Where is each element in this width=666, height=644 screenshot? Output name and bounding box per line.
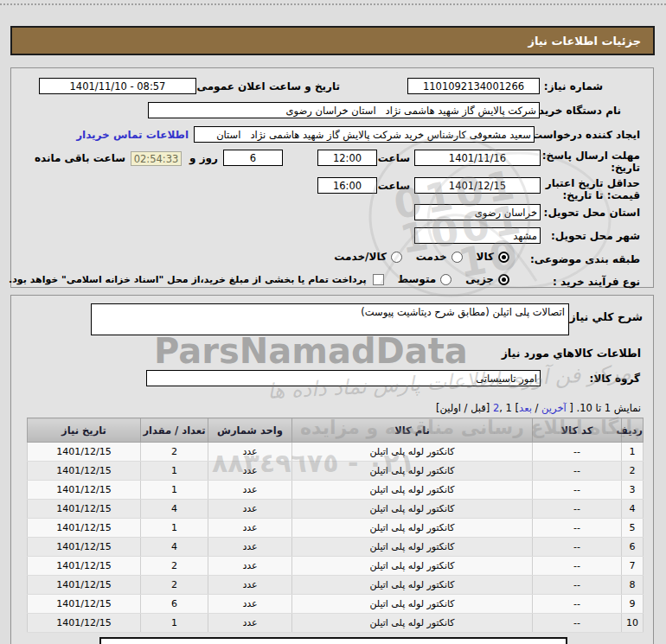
table-row: 7--کانکتور لوله پلی اتیلنعدد21401/12/15	[28, 557, 644, 576]
goods-group-label: گروه کالا:	[590, 373, 640, 385]
next-description-textarea[interactable]	[99, 637, 567, 644]
need-info-panel: شماره نیاز: 1101092134001266 تاریخ و ساع…	[10, 67, 654, 288]
table-row: 3--کانکتور لوله پلی اتیلنعدد11401/12/15	[28, 481, 644, 500]
price-validity-time-input[interactable]: 16:00	[317, 177, 377, 194]
need-number-label: شماره نیاز:	[544, 80, 603, 92]
need-desc-label: شرح کلي نیاز:	[566, 310, 643, 323]
pagination-next-link[interactable]: بعد	[519, 402, 532, 414]
col-unit: واحد شمارش	[208, 418, 292, 443]
radio-goods-service-icon[interactable]	[391, 252, 402, 263]
table-row: 8--کانکتور لوله پلی اتیلنعدد21401/12/15	[28, 576, 644, 595]
pagination-range-text: نمایش 1 تا 10. [	[567, 402, 641, 414]
announce-datetime-label: تاریخ و ساعت اعلان عمومی:	[193, 80, 340, 92]
announce-datetime-input[interactable]: 1401/11/10 - 08:57	[39, 78, 196, 94]
table-row: 2--کانکتور لوله پلی اتیلنعدد11401/12/15	[28, 462, 644, 481]
pagination: نمایش 1 تا 10. [ آخرین / بعد] 1 ,2 [قبل …	[436, 402, 641, 414]
reply-deadline-time-input[interactable]: 12:00	[317, 150, 377, 166]
price-validity-label: حداقل تاریخ اعتبار قیمت: تا تاریخ:	[546, 177, 640, 201]
radio-medium[interactable]: متوسط	[398, 273, 452, 285]
reply-deadline-label: مهلت ارسال پاسخ: تا تاریخ:	[531, 150, 641, 174]
col-name: نام کالا	[292, 418, 533, 443]
page-title: جزئیات اطلاعات نیاز	[10, 26, 655, 55]
col-row: ردیف	[622, 418, 644, 443]
purchase-type-radio-group: جزیی متوسط پرداخت تمام یا بخشی از مبلغ خ…	[9, 273, 509, 285]
days-and-label: روز و	[189, 152, 218, 164]
items-panel: شرح کلي نیاز: اتصالات پلی اتیلن (مطابق ش…	[10, 295, 654, 644]
remaining-days-input[interactable]: 6	[223, 150, 283, 166]
request-creator-label: ایجاد کننده درخواست:	[528, 129, 640, 141]
radio-minor-icon[interactable]	[498, 274, 509, 285]
reply-deadline-hour-label: ساعت	[378, 152, 410, 164]
buyer-contact-link[interactable]: اطلاعات تماس خریدار	[76, 129, 189, 141]
subject-class-radio-group: کالا خدمت کالا/خدمت	[334, 251, 509, 263]
hours-remaining-label: ساعت باقی مانده	[35, 152, 125, 164]
request-creator-input[interactable]: سعید مشعوفی کارشناس خرید شرکت پالایش گاز…	[194, 126, 535, 143]
subject-class-label: طبقه بندی موضوعی:	[530, 253, 640, 265]
radio-goods-icon[interactable]	[498, 252, 509, 263]
table-row: 6--کانکتور لوله پلی اتیلنعدد41401/12/15	[28, 538, 644, 557]
delivery-city-label: شهر محل تحویل:	[551, 230, 640, 242]
pagination-last-link[interactable]: آخرین	[541, 402, 567, 414]
radio-medium-icon[interactable]	[440, 274, 451, 285]
buyer-org-input[interactable]: شرکت پالایش گاز شهید هاشمی نژاد استان خر…	[148, 102, 540, 118]
table-row: 5--کانکتور لوله پلی اتیلنعدد11401/12/15	[28, 519, 644, 538]
need-number-input[interactable]: 1101092134001266	[407, 78, 540, 94]
col-qty: تعداد / مقدار	[141, 418, 208, 443]
table-row: 4--کانکتور لوله پلی اتیلنعدد41401/12/15	[28, 500, 644, 519]
price-validity-date-input[interactable]: 1401/12/15	[414, 177, 541, 194]
top-divider	[0, 3, 666, 5]
delivery-city-input[interactable]: مشهد	[414, 227, 541, 244]
table-row: 1--کانکتور لوله پلی اتیلنعدد21401/12/15	[28, 443, 644, 462]
treasury-checkbox[interactable]	[373, 274, 384, 285]
table-row: 9--کانکتور لوله پلی اتیلنعدد61401/12/15	[28, 595, 644, 614]
items-table-header: ردیف کد کالا نام کالا واحد شمارش تعداد /…	[28, 418, 644, 443]
pagination-current-page: 1	[506, 402, 512, 414]
radio-goods[interactable]: کالا	[477, 251, 509, 263]
col-date: تاریخ نیاز	[28, 418, 141, 443]
radio-service-icon[interactable]	[451, 252, 463, 263]
col-code: کد کالا	[533, 418, 622, 443]
page-title-text: جزئیات اطلاعات نیاز	[528, 35, 641, 48]
treasury-checkbox-label: پرداخت تمام یا بخشی از مبلغ خرید،از محل …	[9, 274, 367, 285]
need-description-textarea[interactable]: اتصالات پلی اتیلن (مطابق شرح دیتاشیت پیو…	[91, 303, 569, 335]
radio-service[interactable]: خدمت	[416, 251, 463, 263]
delivery-province-input[interactable]: خراسان رضوی	[414, 204, 541, 220]
delivery-province-label: استان محل تحویل:	[544, 207, 640, 219]
purchase-type-label: نوع فرآیند خرید :	[553, 276, 640, 288]
goods-info-title: اطلاعات کالاهاي مورد نیاز	[502, 347, 641, 360]
table-row: 10--کانکتور لوله پلی اتیلنعدد11401/12/15	[28, 614, 644, 633]
items-table: ردیف کد کالا نام کالا واحد شمارش تعداد /…	[27, 418, 644, 633]
goods-group-input[interactable]: امور تاسیساتی	[146, 370, 541, 386]
reply-deadline-date-input[interactable]: 1401/11/16	[414, 150, 541, 166]
price-validity-hour-label: ساعت	[378, 180, 410, 192]
pagination-prev-first-text: [قبل / اولین]	[436, 402, 493, 414]
treasury-checkbox-item[interactable]: پرداخت تمام یا بخشی از مبلغ خرید،از محل …	[9, 274, 384, 285]
radio-goods-service[interactable]: کالا/خدمت	[334, 251, 402, 263]
countdown-timer: 02:54:33	[131, 151, 182, 166]
radio-minor[interactable]: جزیی	[465, 273, 509, 285]
